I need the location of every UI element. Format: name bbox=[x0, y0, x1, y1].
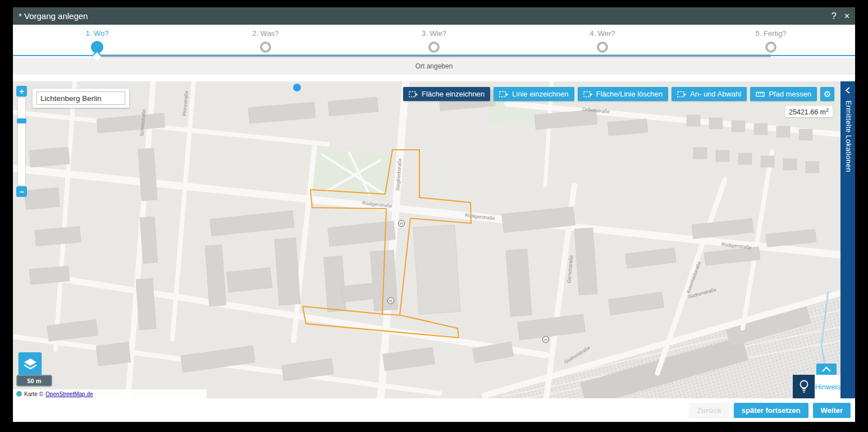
step-label: 3. Wie? bbox=[350, 29, 518, 38]
svg-text:H: H bbox=[400, 222, 403, 226]
step-circle[interactable] bbox=[260, 42, 271, 53]
chevron-left-icon[interactable] bbox=[844, 86, 852, 95]
vorgang-anlegen-window: * Vorgang anlegen ? × 1. Wo? 2. Was? 3. … bbox=[13, 7, 855, 422]
zoom-slider-track[interactable] bbox=[18, 98, 25, 185]
zoom-out-button[interactable]: − bbox=[16, 186, 27, 197]
hint-label: Hinweis bbox=[815, 383, 840, 391]
hint-collapse-button[interactable] bbox=[816, 364, 837, 375]
step-circle[interactable] bbox=[428, 42, 440, 53]
wizard-step-fertig[interactable]: 5. Fertig? bbox=[687, 25, 855, 53]
select-deselect-icon bbox=[677, 91, 687, 98]
map-settings-button[interactable]: ⚙ bbox=[820, 87, 834, 101]
ermittelte-lokationen-sidebar[interactable]: Ermittelte Lokationen bbox=[840, 81, 855, 398]
close-icon[interactable]: × bbox=[844, 12, 849, 21]
draw-toolbar: Fläche einzeichnen Linie einzeichnen Flä… bbox=[403, 87, 834, 101]
step-label: 1. Wo? bbox=[13, 29, 181, 38]
wizard-step-wo[interactable]: 1. Wo? bbox=[13, 25, 181, 53]
delete-shape-icon bbox=[583, 91, 593, 98]
step-label: 2. Was? bbox=[181, 29, 350, 38]
svg-text:H: H bbox=[544, 338, 547, 342]
step-circle[interactable] bbox=[597, 42, 608, 53]
step-subtitle: Ort angeben bbox=[415, 62, 453, 70]
layers-button[interactable] bbox=[19, 352, 42, 375]
an-und-abwahl-button[interactable]: An- und Abwahl bbox=[671, 87, 747, 101]
map-attribution: Karte © OpenStreetMap.de bbox=[13, 389, 207, 398]
search-input[interactable] bbox=[36, 91, 125, 105]
lightbulb-icon bbox=[793, 375, 815, 398]
flaeche-linie-loeschen-button[interactable]: Fläche/Linie löschen bbox=[578, 87, 669, 101]
chevron-up-icon bbox=[820, 366, 833, 373]
title-bar: * Vorgang anlegen ? × bbox=[13, 7, 855, 25]
step-label: 4. Wer? bbox=[518, 29, 687, 38]
wizard-step-wer[interactable]: 4. Wer? bbox=[518, 25, 687, 53]
window-title: * Vorgang anlegen bbox=[19, 11, 88, 21]
layers-icon bbox=[23, 357, 38, 371]
flaeche-einzeichnen-button[interactable]: Fläche einzeichnen bbox=[403, 87, 490, 101]
zurueck-button: Zurück bbox=[689, 403, 729, 418]
spaeter-fortsetzen-button[interactable]: später fortsetzen bbox=[734, 403, 808, 418]
svg-text:H: H bbox=[389, 299, 392, 303]
weiter-button[interactable]: Weiter bbox=[813, 403, 851, 418]
gear-icon: ⚙ bbox=[824, 89, 831, 99]
step-wizard: 1. Wo? 2. Was? 3. Wie? 4. Wer? 5. Fertig… bbox=[13, 25, 855, 57]
wizard-step-was[interactable]: 2. Was? bbox=[181, 25, 350, 53]
openstreetmap-basemap: Rüdigerstraße Rüdigerstraße Rüdigerstraß… bbox=[13, 81, 855, 398]
wizard-step-wie[interactable]: 3. Wie? bbox=[350, 25, 518, 53]
draw-line-icon bbox=[499, 91, 509, 98]
help-icon[interactable]: ? bbox=[832, 12, 837, 21]
zoom-in-button[interactable]: + bbox=[16, 86, 27, 96]
step-circle[interactable] bbox=[765, 42, 776, 53]
area-measurement-label: 25421.66 m2 bbox=[785, 106, 833, 117]
step-subtitle-bar: Ort angeben bbox=[13, 57, 855, 75]
pfad-messen-button[interactable]: Pfad messen bbox=[750, 87, 817, 101]
linie-einzeichnen-button[interactable]: Linie einzeichnen bbox=[494, 87, 574, 101]
footer-bar: Zurück später fortsetzen Weiter bbox=[13, 398, 855, 422]
hint-button[interactable]: Hinweis bbox=[793, 375, 840, 398]
draw-area-icon bbox=[409, 91, 418, 98]
map-search-panel bbox=[33, 89, 129, 108]
zoom-slider-handle[interactable] bbox=[17, 118, 26, 123]
sidebar-label: Ermittelte Lokationen bbox=[844, 100, 852, 172]
location-marker-dot bbox=[293, 84, 301, 91]
openstreetmap-link[interactable]: OpenStreetMap.de bbox=[45, 391, 93, 397]
wizard-progress-line bbox=[13, 55, 855, 56]
measure-path-icon bbox=[756, 91, 765, 98]
map-provider-icon bbox=[16, 391, 22, 397]
scale-indicator: 50 m bbox=[16, 375, 52, 387]
step-label: 5. Fertig? bbox=[687, 29, 855, 38]
map-canvas[interactable]: Rüdigerstraße Rüdigerstraße Rüdigerstraß… bbox=[13, 81, 855, 398]
